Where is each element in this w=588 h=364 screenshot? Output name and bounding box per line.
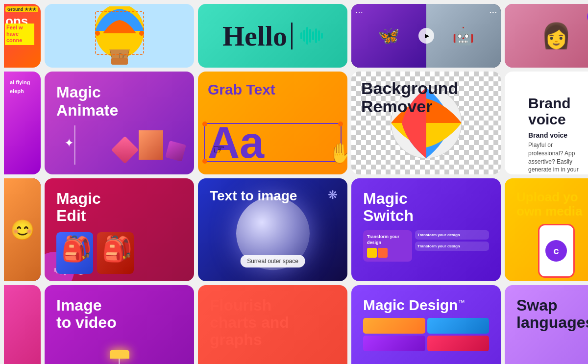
text-cursor — [291, 23, 293, 49]
md-box-4 — [427, 336, 490, 351]
person-photo: 😊 — [4, 178, 41, 281]
card-image-to-video[interactable]: Image to video — [45, 285, 194, 364]
mini-card-icons — [367, 248, 408, 258]
feel-label: Feel w have conne — [5, 24, 34, 45]
switch-mini-card-1: Transform your design — [363, 230, 412, 261]
switch-mini-card-2: Transform your design — [415, 230, 489, 240]
md-row-1 — [363, 318, 489, 334]
card-upload-media[interactable]: Upload yo own media c — [505, 178, 588, 281]
lamp-post — [110, 350, 129, 364]
brand-voice-title: Brand voice — [528, 95, 584, 127]
switch-mini-card-3: Transform your design — [415, 242, 489, 251]
brand-voice-description: Playful or professional? App assertive? … — [528, 141, 584, 174]
card-woman[interactable]: 👩 c c — [505, 4, 588, 68]
magic-edit-title: Magic Edit — [56, 190, 182, 224]
play-icon: ▶ — [425, 32, 429, 39]
md-box-3 — [363, 336, 425, 351]
magic-design-title: Magic Design™ — [363, 297, 489, 313]
card-elephant[interactable]: al flying eleph — [4, 72, 41, 174]
card-video-r1c4[interactable]: 🦋 🤖 ▶ ⋯ ⋯ — [351, 4, 501, 68]
card-bg-remover[interactable]: Background Remover — [351, 72, 501, 174]
bg-remover-title-area: Background Remover — [361, 79, 458, 116]
shape-pink — [111, 136, 139, 164]
swap-languages-title: Swap languages — [516, 297, 588, 331]
hello-text: Hello — [222, 20, 287, 52]
lamp-head — [110, 350, 129, 359]
shape-cone — [139, 130, 163, 160]
backpack-images: 🎒 🎒 — [56, 232, 182, 274]
card-hello[interactable]: Hello — [198, 4, 347, 68]
backpack-blue-icon: 🎒 — [61, 235, 92, 263]
brand-voice-content: Brand voice Brand voice Playful or profe… — [516, 83, 588, 174]
hand-icon: 🤚 — [328, 142, 347, 165]
star-shape-r: ❋ — [328, 188, 338, 202]
corner-tl — [202, 121, 207, 126]
image-to-video-title: Image to video — [56, 297, 182, 331]
magic-animate-title: Magic Animate — [56, 83, 182, 120]
corner-tr — [338, 121, 343, 126]
woman-icon: 👩 — [541, 22, 571, 50]
balloon-svg: ☞ — [88, 6, 151, 65]
card-magic-animate[interactable]: Magic Animate ✦ — [45, 72, 194, 174]
card-pink-r4c1[interactable] — [4, 285, 41, 364]
switch-cards-container: Transform your design Transform your des… — [363, 230, 489, 261]
play-button[interactable]: ▶ — [418, 28, 434, 44]
grab-text-demo: Aa — [208, 121, 338, 165]
elephant-text: al flying eleph — [10, 79, 30, 94]
text-to-image-title: Text to image — [210, 188, 297, 204]
svg-text:☞: ☞ — [118, 50, 127, 61]
card-brand-voice[interactable]: Brand voice Brand voice Playful or profe… — [505, 72, 588, 174]
ground-badge: Ground ★★★ — [5, 6, 38, 12]
card-text-to-image[interactable]: Text to image ❋ Surreal outer space — [198, 178, 347, 281]
robot-icon: 🤖 — [452, 25, 474, 46]
shape-cube — [165, 141, 186, 162]
canva-logo-phone: c — [545, 240, 567, 262]
lamp-line — [74, 125, 75, 165]
card-flourish[interactable]: Flourish charts and graphs — [198, 285, 347, 364]
sparkle-icon: ✦ — [64, 136, 74, 150]
tm-symbol: ™ — [458, 298, 465, 306]
backpack-red-icon: 🎒 — [102, 235, 132, 263]
md-box-1 — [363, 318, 425, 334]
upload-preview-area: c — [516, 224, 588, 278]
butterfly-icon: 🦋 — [378, 25, 400, 46]
backpack-red: 🎒 — [97, 232, 134, 274]
main-grid: Ground ★★★ ons Feel w have conne ☞ — [0, 0, 588, 364]
magic-design-preview — [363, 318, 489, 351]
3d-shapes — [115, 130, 184, 160]
woman-photo: 👩 — [505, 4, 588, 68]
upload-media-title: Upload yo own media — [516, 190, 588, 218]
md-row-2 — [363, 336, 489, 351]
grab-text-title: Grab Text — [208, 81, 338, 98]
card-ons[interactable]: Ground ★★★ ons Feel w have conne — [4, 4, 41, 68]
brand-voice-subtitle: Brand voice — [528, 131, 584, 139]
card-balloon[interactable]: ☞ — [45, 4, 194, 68]
text-to-image-pill: Surreal outer space — [240, 255, 305, 267]
lamp-pole — [119, 359, 120, 364]
card-magic-edit[interactable]: Magic Edit 🎒 🎒 — [45, 178, 194, 281]
card-magic-design[interactable]: Magic Design™ Dream Win a — [351, 285, 501, 364]
person-emoji: 😊 — [10, 218, 35, 242]
card-swap-languages[interactable]: Swap languages — [505, 285, 588, 364]
more-menu-icon[interactable]: ⋯ — [489, 8, 497, 17]
card-grab-text[interactable]: Grab Text Aa ☞ 🤚 — [198, 72, 347, 174]
sound-wave — [300, 27, 323, 45]
bg-remover-title: Background Remover — [361, 79, 458, 116]
elephant-label: al flying eleph — [8, 75, 37, 97]
mini-icon-1 — [367, 248, 377, 258]
cursor-hand-icon: ☞ — [213, 141, 225, 157]
mini-icon-2 — [378, 248, 388, 258]
md-box-2 — [427, 318, 490, 334]
more-left-icon[interactable]: ⋯ — [355, 8, 363, 17]
magic-switch-title: Magic Switch — [363, 190, 489, 224]
switch-mini-cards-right: Transform your design Transform your des… — [415, 230, 489, 261]
flourish-title: Flourish charts and graphs — [210, 297, 336, 349]
backpack-blue: 🎒 — [56, 232, 93, 274]
switch-mini-text-1: Transform your design — [367, 234, 408, 245]
corner-bl — [202, 159, 207, 164]
card-magic-switch[interactable]: Magic Switch Transform your design Trans… — [351, 178, 501, 281]
card-person-r3c1[interactable]: 😊 — [4, 178, 41, 281]
phone-frame: c — [538, 224, 575, 278]
